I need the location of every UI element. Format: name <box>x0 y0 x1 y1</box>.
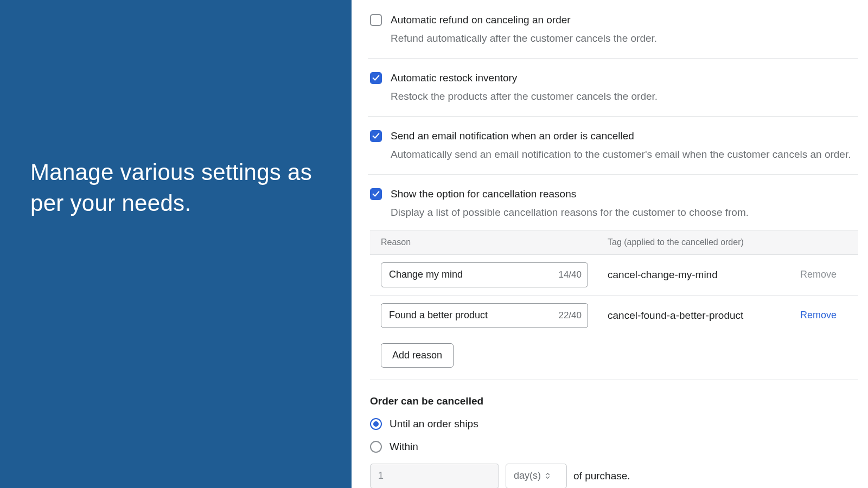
radio-until-ships-row: Until an order ships <box>370 418 858 430</box>
cancel-window-title: Order can be cancelled <box>370 395 858 407</box>
checkbox-email-notify[interactable] <box>370 130 382 142</box>
radio-within-label: Within <box>390 441 418 453</box>
promo-sidebar: Manage various settings as per your need… <box>0 0 352 488</box>
within-controls: day(s) of purchase. <box>370 464 858 488</box>
check-icon <box>372 190 380 198</box>
label-auto-restock: Automatic restock inventory <box>391 71 858 86</box>
reasons-header: Reason Tag (applied to the cancelled ord… <box>370 230 858 255</box>
reasons-table: Reason Tag (applied to the cancelled ord… <box>370 230 858 368</box>
radio-within[interactable] <box>370 441 382 453</box>
desc-show-reasons: Display a list of possible cancellation … <box>391 205 858 220</box>
remove-reason-link[interactable]: Remove <box>800 269 847 280</box>
within-unit-label: day(s) <box>514 470 541 481</box>
checkbox-show-reasons[interactable] <box>370 188 382 200</box>
setting-email-notify: Send an email notification when an order… <box>368 117 858 175</box>
within-unit-select[interactable]: day(s) <box>506 464 567 488</box>
checkbox-auto-refund[interactable] <box>370 14 382 26</box>
checkbox-auto-restock[interactable] <box>370 72 382 84</box>
radio-within-row: Within <box>370 441 858 453</box>
setting-show-reasons: Show the option for cancellation reasons… <box>368 175 858 229</box>
label-email-notify: Send an email notification when an order… <box>391 129 858 144</box>
setting-auto-refund: Automatic refund on canceling an order R… <box>368 5 858 59</box>
label-auto-refund: Automatic refund on canceling an order <box>391 13 858 28</box>
radio-until-ships[interactable] <box>370 418 382 430</box>
radio-until-ships-label: Until an order ships <box>390 418 478 430</box>
add-reason-button[interactable]: Add reason <box>381 343 454 368</box>
reason-tag: cancel-change-my-mind <box>608 269 800 281</box>
within-suffix: of purchase. <box>573 470 630 482</box>
reason-input[interactable] <box>381 303 588 328</box>
desc-email-notify: Automatically send an email notification… <box>391 147 858 162</box>
label-show-reasons: Show the option for cancellation reasons <box>391 187 858 202</box>
within-number-input[interactable] <box>370 464 499 488</box>
desc-auto-refund: Refund automatically after the customer … <box>391 31 858 46</box>
remove-reason-link[interactable]: Remove <box>800 310 847 321</box>
check-icon <box>372 132 380 140</box>
divider <box>370 380 858 380</box>
reason-tag: cancel-found-a-better-product <box>608 310 800 322</box>
setting-auto-restock: Automatic restock inventory Restock the … <box>368 59 858 117</box>
char-count: 14/40 <box>558 269 582 280</box>
settings-panel: Automatic refund on canceling an order R… <box>352 0 868 488</box>
select-spinner-icon <box>545 473 550 479</box>
desc-auto-restock: Restock the products after the customer … <box>391 89 858 104</box>
check-icon <box>372 74 380 82</box>
sidebar-heading: Manage various settings as per your need… <box>30 157 321 219</box>
header-tag: Tag (applied to the cancelled order) <box>608 237 847 247</box>
reason-row: 14/40 cancel-change-my-mind Remove <box>370 255 858 296</box>
reason-row: 22/40 cancel-found-a-better-product Remo… <box>370 296 858 336</box>
char-count: 22/40 <box>558 310 582 321</box>
header-reason: Reason <box>381 237 608 247</box>
reason-input[interactable] <box>381 262 588 287</box>
